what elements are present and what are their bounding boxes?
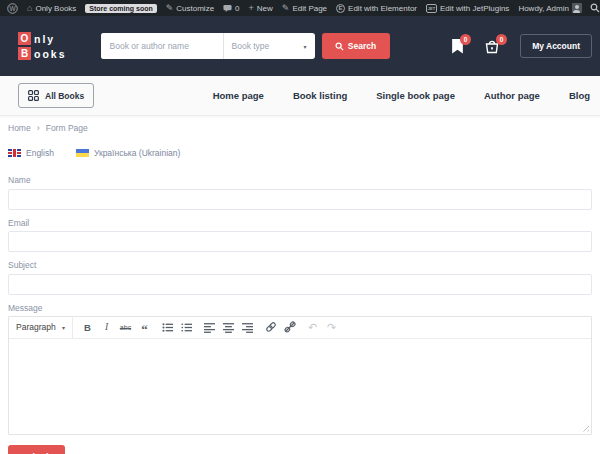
name-input[interactable] xyxy=(8,189,592,210)
admin-bar-customize[interactable]: ✎ Customize xyxy=(166,4,214,13)
chevron-down-icon: ▾ xyxy=(62,324,65,331)
language-ukrainian[interactable]: Українська (Ukrainian) xyxy=(76,148,181,158)
subject-field-group: Subject xyxy=(8,260,592,295)
book-search-bar: Book type ▾ Search xyxy=(101,33,390,59)
wp-logo-menu[interactable]: W xyxy=(7,3,18,14)
menu-item-home-page[interactable]: Home page xyxy=(213,90,264,101)
blockquote-button[interactable]: “ xyxy=(136,318,153,336)
bold-button[interactable]: B xyxy=(79,318,96,336)
remove-link-button[interactable] xyxy=(281,318,298,336)
pencil-icon: ✎ xyxy=(166,4,174,13)
email-field-group: Email xyxy=(8,218,592,253)
wishlist-count-badge: 0 xyxy=(460,34,471,45)
cart-button[interactable]: 0 xyxy=(484,39,500,54)
pencil-icon: ✎ xyxy=(282,4,290,13)
align-right-icon xyxy=(242,322,253,333)
wp-admin-bar: W ⌂ Only Books Store coming soon ✎ Custo… xyxy=(0,0,600,16)
header-actions: 0 0 My Account xyxy=(451,34,592,58)
bullet-list-icon xyxy=(162,322,173,333)
search-icon xyxy=(335,42,344,51)
numbered-list-icon xyxy=(181,322,192,333)
strikethrough-button[interactable]: abc xyxy=(117,318,134,336)
unlink-icon xyxy=(284,321,296,333)
all-books-button[interactable]: All Books xyxy=(18,83,94,108)
all-books-label: All Books xyxy=(45,91,84,101)
format-group: B I abc “ xyxy=(79,318,153,336)
book-type-label: Book type xyxy=(232,41,270,51)
search-box: Book type ▾ xyxy=(101,33,315,59)
site-logo[interactable]: O nly B ooks xyxy=(18,32,67,60)
home-icon: ⌂ xyxy=(27,4,32,13)
my-account-button[interactable]: My Account xyxy=(520,34,592,58)
insert-link-button[interactable] xyxy=(262,318,279,336)
language-ukrainian-label: Українська (Ukrainian) xyxy=(94,148,181,158)
undo-button[interactable]: ↶ xyxy=(304,318,321,336)
breadcrumb-home[interactable]: Home xyxy=(8,123,31,133)
message-field-group: Message Paragraph ▾ B I abc “ xyxy=(8,303,592,435)
menu-item-book-listing[interactable]: Book listing xyxy=(293,90,347,101)
edit-page-label: Edit Page xyxy=(292,4,327,13)
book-search-input[interactable] xyxy=(101,33,223,59)
submit-button[interactable]: Submit xyxy=(8,445,65,454)
menu-item-blog[interactable]: Blog xyxy=(569,90,590,101)
svg-text:W: W xyxy=(9,4,16,11)
link-group xyxy=(262,318,298,336)
editor-toolbar: Paragraph ▾ B I abc “ xyxy=(9,317,591,339)
book-type-select[interactable]: Book type ▾ xyxy=(223,33,315,59)
numbered-list-button[interactable] xyxy=(178,318,195,336)
admin-bar-search[interactable] xyxy=(590,3,600,13)
menu-item-author-page[interactable]: Author page xyxy=(484,90,540,101)
comments-count: 0 xyxy=(235,4,239,13)
message-textarea[interactable] xyxy=(9,339,591,434)
search-button[interactable]: Search xyxy=(322,33,390,59)
language-english[interactable]: English xyxy=(8,148,54,158)
rich-text-editor: Paragraph ▾ B I abc “ xyxy=(8,316,592,435)
search-button-label: Search xyxy=(348,41,376,51)
breadcrumb-separator: › xyxy=(37,123,40,133)
jetplugins-label: Edit with JetPlugins xyxy=(440,4,509,13)
bullet-list-button[interactable] xyxy=(159,318,176,336)
jetplugins-icon: JET xyxy=(426,4,437,13)
language-english-label: English xyxy=(26,148,54,158)
align-center-icon xyxy=(223,322,234,333)
admin-bar-account[interactable]: Howdy, Admin xyxy=(518,3,582,13)
admin-bar-site-name: Only Books xyxy=(35,4,76,13)
breadcrumb-current: Form Page xyxy=(46,123,88,133)
elementor-icon: E xyxy=(336,4,345,13)
message-label: Message xyxy=(8,303,592,313)
name-field-group: Name xyxy=(8,175,592,210)
align-center-button[interactable] xyxy=(220,318,237,336)
email-input[interactable] xyxy=(8,231,592,252)
admin-bar-edit-page[interactable]: ✎ Edit Page xyxy=(282,4,327,13)
admin-bar-site-link[interactable]: ⌂ Only Books xyxy=(27,4,76,13)
paragraph-label: Paragraph xyxy=(16,322,56,332)
search-icon xyxy=(590,3,600,13)
menu-item-single-book-page[interactable]: Single book page xyxy=(376,90,455,101)
contact-form: Name Email Subject Message Paragraph ▾ B xyxy=(8,175,592,454)
wordpress-icon: W xyxy=(7,3,18,14)
cart-count-badge: 0 xyxy=(496,34,507,45)
name-label: Name xyxy=(8,175,592,185)
italic-button[interactable]: I xyxy=(98,318,115,336)
redo-button[interactable]: ↷ xyxy=(323,318,340,336)
main-navigation: All Books Home page Book listing Single … xyxy=(0,76,600,116)
chevron-down-icon: ▾ xyxy=(304,43,307,50)
list-group xyxy=(159,318,195,336)
subject-input[interactable] xyxy=(8,274,592,295)
admin-bar-edit-with-elementor[interactable]: E Edit with Elementor xyxy=(336,4,417,13)
logo-text-nly: nly xyxy=(34,32,67,45)
new-label: New xyxy=(257,4,273,13)
plus-icon: + xyxy=(249,4,254,13)
align-right-button[interactable] xyxy=(239,318,256,336)
admin-bar-new[interactable]: + New xyxy=(249,4,273,13)
comment-icon xyxy=(223,4,232,13)
align-left-button[interactable] xyxy=(201,318,218,336)
avatar xyxy=(572,3,582,13)
logo-text-ooks: ooks xyxy=(34,47,67,60)
breadcrumb: Home › Form Page xyxy=(8,123,592,133)
align-left-icon xyxy=(204,322,215,333)
paragraph-format-select[interactable]: Paragraph ▾ xyxy=(9,317,73,338)
admin-bar-edit-with-jetplugins[interactable]: JET Edit with JetPlugins xyxy=(426,4,509,13)
admin-bar-comments[interactable]: 0 xyxy=(223,4,239,13)
wishlist-button[interactable]: 0 xyxy=(451,39,464,54)
